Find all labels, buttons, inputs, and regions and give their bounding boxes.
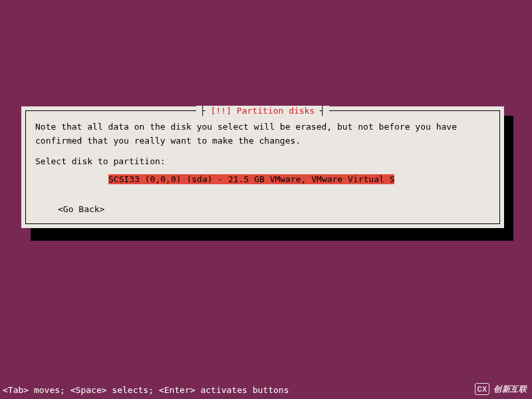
go-back-button[interactable]: <Go Back> [58, 204, 104, 214]
dialog-body-line1: Note that all data on the disk you selec… [35, 122, 490, 132]
dialog-inner: ├ [!!] Partition disks ┤ Note that all d… [25, 110, 500, 224]
watermark-text: 创新互联 [493, 384, 527, 394]
dialog-title-text: Partition disks [237, 106, 315, 116]
disk-option-row: SCSI33 (0,0,0) (sda) - 21.5 GB VMware, V… [35, 174, 490, 184]
watermark-logo: CX [475, 383, 489, 395]
watermark: CX 创新互联 [475, 383, 527, 395]
dialog-title: ├ [!!] Partition disks ┤ [196, 106, 329, 116]
dialog-body-line2: confirmed that you really want to make t… [35, 136, 490, 146]
dialog-title-wrap: ├ [!!] Partition disks ┤ [26, 106, 499, 116]
partition-dialog: ├ [!!] Partition disks ┤ Note that all d… [21, 106, 504, 228]
footer-help: <Tab> moves; <Space> selects; <Enter> ac… [3, 385, 289, 395]
dialog-title-bang: [!!] [211, 106, 231, 116]
goback-row: <Go Back> [35, 204, 490, 214]
disk-option-selected[interactable]: SCSI33 (0,0,0) (sda) - 21.5 GB VMware, V… [108, 174, 394, 184]
dialog-prompt: Select disk to partition: [35, 156, 490, 166]
